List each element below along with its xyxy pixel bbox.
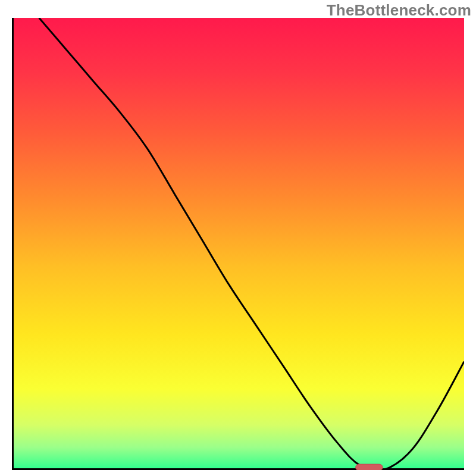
optimal-marker xyxy=(356,464,383,470)
chart-stage: TheBottleneck.com xyxy=(0,0,476,476)
chart-svg xyxy=(12,18,464,470)
plot-area xyxy=(12,18,464,470)
watermark-text: TheBottleneck.com xyxy=(327,1,471,20)
gradient-background xyxy=(12,18,464,470)
